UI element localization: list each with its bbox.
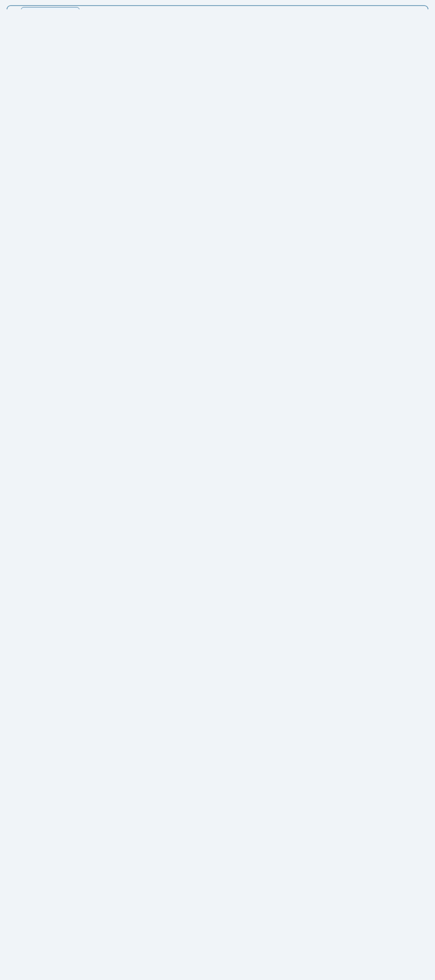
node-tableoptionlist: TableOptionList <box>21 7 80 9</box>
